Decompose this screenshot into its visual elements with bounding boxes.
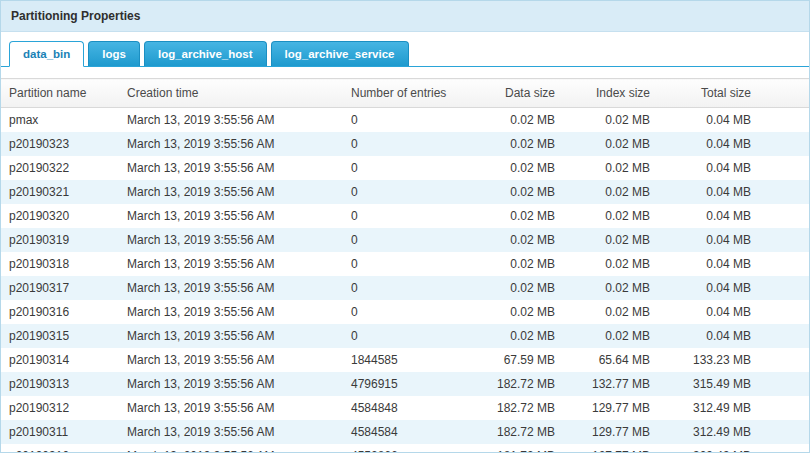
table-cell: 0.02 MB — [563, 180, 658, 204]
table-cell: 132.77 MB — [563, 372, 658, 396]
table-row[interactable]: p20190313March 13, 2019 3:55:56 AM479691… — [1, 372, 809, 396]
table-cell: p20190311 — [1, 420, 119, 444]
column-header: Data size — [483, 79, 563, 108]
table-cell: 0.04 MB — [658, 276, 809, 300]
table-cell: March 13, 2019 3:55:56 AM — [119, 396, 343, 420]
table-cell: 0.04 MB — [658, 324, 809, 348]
table-row[interactable]: p20190311March 13, 2019 3:55:56 AM458458… — [1, 420, 809, 444]
table-cell: 0 — [343, 324, 483, 348]
table-cell: pmax — [1, 108, 119, 133]
table-cell: p20190318 — [1, 252, 119, 276]
table-row[interactable]: pmaxMarch 13, 2019 3:55:56 AM00.02 MB0.0… — [1, 108, 809, 133]
table-row[interactable]: p20190320March 13, 2019 3:55:56 AM00.02 … — [1, 204, 809, 228]
table-row[interactable]: p20190318March 13, 2019 3:55:56 AM00.02 … — [1, 252, 809, 276]
table-cell: 0.02 MB — [563, 204, 658, 228]
table-cell: 0.04 MB — [658, 228, 809, 252]
table-cell: March 13, 2019 3:55:56 AM — [119, 300, 343, 324]
partitioning-properties-panel: Partitioning Properties data_binlogslog_… — [0, 0, 810, 453]
table-cell: p20190322 — [1, 156, 119, 180]
column-header: Number of entries — [343, 79, 483, 108]
table-cell: 0.04 MB — [658, 252, 809, 276]
table-row[interactable]: p20190319March 13, 2019 3:55:56 AM00.02 … — [1, 228, 809, 252]
table-row[interactable]: p20190321March 13, 2019 3:55:56 AM00.02 … — [1, 180, 809, 204]
table-cell: p20190320 — [1, 204, 119, 228]
table-cell: 133.23 MB — [658, 348, 809, 372]
table-cell: March 13, 2019 3:55:56 AM — [119, 276, 343, 300]
table-row[interactable]: p20190314March 13, 2019 3:55:56 AM184458… — [1, 348, 809, 372]
table-row[interactable]: p20190317March 13, 2019 3:55:56 AM00.02 … — [1, 276, 809, 300]
column-header: Creation time — [119, 79, 343, 108]
table-cell: p20190316 — [1, 300, 119, 324]
table-cell: p20190321 — [1, 180, 119, 204]
table-row[interactable]: p20190322March 13, 2019 3:55:56 AM00.02 … — [1, 156, 809, 180]
table-cell: p20190310 — [1, 444, 119, 452]
table-body: pmaxMarch 13, 2019 3:55:56 AM00.02 MB0.0… — [1, 108, 809, 453]
table-row[interactable]: p20190315March 13, 2019 3:55:56 AM00.02 … — [1, 324, 809, 348]
table-cell: 182.72 MB — [483, 372, 563, 396]
tab-log_archive_host[interactable]: log_archive_host — [144, 41, 267, 66]
table-cell: 0 — [343, 156, 483, 180]
table-cell: 0.02 MB — [483, 300, 563, 324]
table-cell: March 13, 2019 3:55:56 AM — [119, 444, 343, 452]
partition-table: Partition nameCreation timeNumber of ent… — [1, 78, 809, 452]
table-cell: 129.77 MB — [563, 420, 658, 444]
table-cell: 0.02 MB — [483, 228, 563, 252]
table-cell: p20190319 — [1, 228, 119, 252]
table-cell: p20190313 — [1, 372, 119, 396]
table-row[interactable]: p20190316March 13, 2019 3:55:56 AM00.02 … — [1, 300, 809, 324]
table-cell: 0.02 MB — [563, 252, 658, 276]
table-cell: 0.02 MB — [563, 300, 658, 324]
table-cell: 0.02 MB — [483, 108, 563, 133]
table-cell: 0.02 MB — [483, 204, 563, 228]
table-cell: 0 — [343, 204, 483, 228]
column-header: Index size — [563, 79, 658, 108]
table-cell: 129.77 MB — [563, 396, 658, 420]
table-cell: 127.77 MB — [563, 444, 658, 452]
table-cell: 4584584 — [343, 420, 483, 444]
table-cell: 0.04 MB — [658, 108, 809, 133]
table-cell: March 13, 2019 3:55:56 AM — [119, 324, 343, 348]
table-cell: 315.49 MB — [658, 372, 809, 396]
table-cell: 312.49 MB — [658, 396, 809, 420]
panel-title: Partitioning Properties — [1, 1, 809, 32]
table-row[interactable]: p20190323March 13, 2019 3:55:56 AM00.02 … — [1, 132, 809, 156]
table-cell: 0.02 MB — [483, 324, 563, 348]
table-cell: 0.02 MB — [563, 132, 658, 156]
column-header: Partition name — [1, 79, 119, 108]
tab-logs[interactable]: logs — [88, 41, 140, 66]
table-cell: 182.72 MB — [483, 396, 563, 420]
table-cell: March 13, 2019 3:55:56 AM — [119, 252, 343, 276]
tab-bar: data_binlogslog_archive_hostlog_archive_… — [1, 32, 809, 67]
table-cell: p20190312 — [1, 396, 119, 420]
table-cell: 0 — [343, 228, 483, 252]
table-cell: 0 — [343, 300, 483, 324]
table-cell: 67.59 MB — [483, 348, 563, 372]
tab-data_bin[interactable]: data_bin — [9, 41, 84, 67]
table-row[interactable]: p20190312March 13, 2019 3:55:56 AM458484… — [1, 396, 809, 420]
table-cell: 182.72 MB — [483, 420, 563, 444]
table-cell: 0.02 MB — [483, 132, 563, 156]
table-cell: p20190317 — [1, 276, 119, 300]
partition-table-container: Partition nameCreation timeNumber of ent… — [1, 67, 809, 452]
table-cell: March 13, 2019 3:55:56 AM — [119, 348, 343, 372]
table-cell: 0.02 MB — [563, 108, 658, 133]
table-cell: March 13, 2019 3:55:56 AM — [119, 372, 343, 396]
table-cell: March 13, 2019 3:55:56 AM — [119, 180, 343, 204]
column-header: Total size — [658, 79, 809, 108]
table-cell: 0.02 MB — [563, 156, 658, 180]
table-cell: 0.02 MB — [483, 252, 563, 276]
table-cell: March 13, 2019 3:55:56 AM — [119, 132, 343, 156]
table-cell: March 13, 2019 3:55:56 AM — [119, 108, 343, 133]
table-cell: 0.04 MB — [658, 204, 809, 228]
tab-log_archive_service[interactable]: log_archive_service — [271, 41, 409, 66]
table-cell: p20190315 — [1, 324, 119, 348]
table-cell: 0.02 MB — [563, 276, 658, 300]
table-cell: March 13, 2019 3:55:56 AM — [119, 156, 343, 180]
table-cell: 0.02 MB — [483, 180, 563, 204]
table-cell: 312.49 MB — [658, 420, 809, 444]
table-cell: p20190323 — [1, 132, 119, 156]
table-cell: 0 — [343, 276, 483, 300]
table-cell: 0.02 MB — [563, 228, 658, 252]
table-cell: 0.02 MB — [563, 324, 658, 348]
table-row[interactable]: p20190310March 13, 2019 3:55:56 AM455286… — [1, 444, 809, 452]
